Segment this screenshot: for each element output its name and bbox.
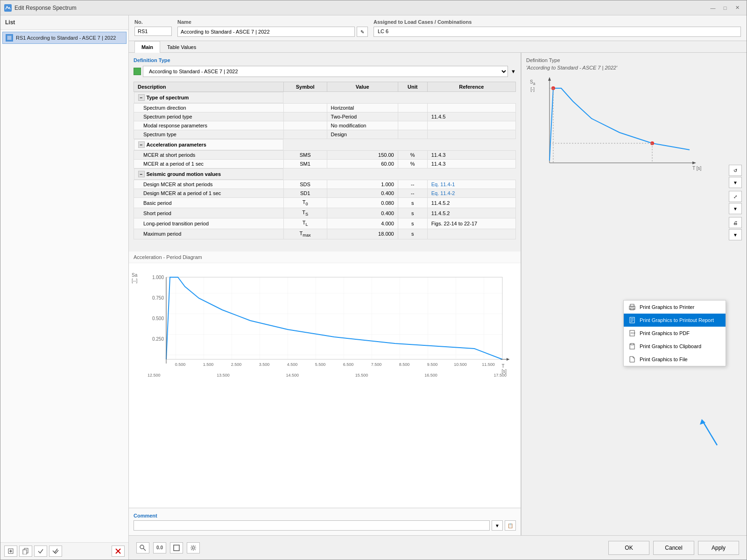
ok-button[interactable]: OK: [608, 541, 649, 555]
print-btn[interactable]: 🖨: [729, 217, 742, 228]
cancel-button[interactable]: Cancel: [653, 541, 694, 555]
form-area: Definition Type According to Standard - …: [129, 53, 521, 249]
svg-rect-47: [631, 343, 634, 345]
tab-main[interactable]: Main: [134, 41, 160, 53]
definition-type-label: Definition Type: [134, 57, 516, 63]
right-panel: No. Name ✎ Assigned to Load Cases / Comb…: [129, 15, 747, 560]
menu-print-file[interactable]: Print Graphics to File: [624, 353, 726, 366]
check-button[interactable]: [34, 546, 47, 557]
print-dropdown-btn[interactable]: ▼: [729, 229, 742, 240]
menu-print-pdf[interactable]: PDF Print Graphics to PDF: [624, 327, 726, 340]
svg-point-50: [140, 545, 144, 549]
color-indicator: [134, 68, 141, 75]
name-edit-button[interactable]: ✎: [357, 27, 368, 37]
add-button[interactable]: [4, 546, 17, 557]
svg-text:11.500: 11.500: [482, 362, 495, 367]
svg-text:9.500: 9.500: [427, 362, 438, 367]
svg-text:0.500: 0.500: [175, 362, 186, 367]
apply-button[interactable]: Apply: [698, 541, 739, 555]
search-bottom-btn[interactable]: [136, 542, 149, 553]
menu-print-clipboard-label: Print Graphics to Clipboard: [640, 343, 701, 349]
menu-print-pdf-label: Print Graphics to PDF: [640, 330, 690, 336]
list-item-label: RS1 According to Standard - ASCE 7 | 202…: [16, 35, 116, 41]
file-icon: [628, 356, 636, 363]
svg-text:10.500: 10.500: [454, 362, 467, 367]
assigned-field-group: Assigned to Load Cases / Combinations LC…: [374, 19, 741, 37]
right-graph-panel: Definition Type 'According to Standard -…: [521, 53, 747, 535]
check2-button[interactable]: [49, 546, 62, 557]
collapse-seismic-btn[interactable]: −: [138, 171, 145, 177]
col-description: Description: [134, 82, 284, 92]
dropdown-arrow[interactable]: ▼: [511, 69, 516, 74]
svg-rect-52: [174, 545, 179, 551]
settings-bottom-btn[interactable]: [187, 542, 200, 553]
name-field-group: Name ✎: [177, 19, 368, 37]
svg-text:2.500: 2.500: [231, 362, 242, 367]
tab-table-values[interactable]: Table Values: [160, 41, 203, 53]
comment-dropdown-btn[interactable]: ▼: [492, 520, 503, 531]
left-panel-footer: [0, 542, 128, 560]
left-panel: List RS1 According to Standard - ASCE 7 …: [0, 15, 129, 560]
printer-icon: [628, 303, 636, 311]
definition-type-dropdown[interactable]: According to Standard - ASCE 7 | 2022: [143, 66, 508, 77]
svg-text:1.000: 1.000: [152, 275, 164, 280]
name-input[interactable]: [177, 27, 355, 37]
pdf-icon: PDF: [628, 329, 636, 337]
no-input[interactable]: [134, 27, 172, 36]
zoom-btn[interactable]: ⤢: [729, 191, 742, 202]
menu-print-report[interactable]: Print Graphics to Printout Report: [624, 314, 726, 327]
minimize-button[interactable]: —: [707, 3, 719, 13]
svg-text:1.500: 1.500: [203, 362, 214, 367]
menu-print-clipboard[interactable]: Print Graphics to Clipboard: [624, 340, 726, 353]
large-graph-title: Acceleration - Period Diagram: [129, 252, 521, 263]
box-bottom-btn[interactable]: [170, 542, 183, 553]
upper-half: Definition Type According to Standard - …: [129, 53, 747, 535]
parameters-table: Description Symbol Value Unit Reference: [134, 82, 516, 239]
svg-rect-4: [23, 550, 27, 554]
menu-print-file-label: Print Graphics to File: [640, 357, 688, 362]
type-of-spectrum-label: Type of spectrum: [147, 95, 189, 100]
number-bottom-btn[interactable]: 0.0: [153, 542, 166, 553]
rotate-btn[interactable]: ↺: [729, 165, 742, 176]
name-label: Name: [177, 19, 368, 25]
large-chart-y-label: Sa[--]: [132, 273, 137, 284]
svg-text:6.500: 6.500: [343, 362, 354, 367]
svg-line-48: [703, 422, 717, 445]
table-row: MCER at a period of 1 secSM160.00%11.4.3: [134, 160, 516, 168]
comment-label: Comment: [134, 513, 516, 518]
no-label: No.: [134, 19, 172, 25]
window-icon: [4, 4, 12, 12]
context-menu: Print Graphics to Printer Print Graphics…: [623, 300, 726, 366]
maximize-button[interactable]: □: [719, 3, 731, 13]
tabs: Main Table Values: [129, 41, 747, 53]
large-chart-svg: 1.000 0.750 0.500 0.250 0.500 1.500 2.50…: [148, 273, 521, 375]
collapse-type-btn[interactable]: −: [138, 94, 145, 101]
collapse-accel-btn[interactable]: −: [138, 141, 145, 148]
list-item[interactable]: RS1 According to Standard - ASCE 7 | 202…: [2, 32, 127, 44]
form-and-chart: Definition Type According to Standard - …: [129, 53, 521, 535]
list-content: RS1 According to Standard - ASCE 7 | 202…: [0, 30, 128, 542]
svg-text:0.750: 0.750: [152, 295, 164, 301]
delete-button[interactable]: [112, 546, 125, 557]
zoom-dropdown-btn[interactable]: ▼: [729, 203, 742, 214]
bottom-bar-left: 0.0: [136, 542, 200, 553]
close-button[interactable]: ✕: [732, 3, 743, 13]
comment-input[interactable]: [134, 520, 490, 531]
right-chart-subtitle: 'According to Standard - ASCE 7 | 2022': [526, 65, 742, 70]
copy-button[interactable]: [19, 546, 32, 557]
ref-link-2[interactable]: Eq. 11.4-2: [431, 190, 455, 196]
large-graph-section: Acceleration - Period Diagram Sa[--] T[s…: [129, 252, 521, 508]
window-title: Edit Response Spectrum: [14, 5, 77, 11]
table-row: Short periodTS0.400s11.4.5.2: [134, 208, 516, 218]
comment-section: Comment ▼ 📋: [129, 508, 521, 535]
list-item-icon: [6, 34, 13, 42]
comment-row: ▼ 📋: [134, 520, 516, 531]
svg-marker-29: [692, 161, 696, 164]
menu-print-printer[interactable]: Print Graphics to Printer: [624, 301, 726, 314]
report-icon: [628, 316, 636, 324]
rotate-dropdown-btn[interactable]: ▼: [729, 177, 742, 188]
comment-add-btn[interactable]: 📋: [505, 520, 516, 531]
svg-text:7.500: 7.500: [371, 362, 382, 367]
ref-link-1[interactable]: Eq. 11.4-1: [431, 182, 455, 187]
definition-type-select-row: According to Standard - ASCE 7 | 2022 ▼: [134, 66, 516, 77]
